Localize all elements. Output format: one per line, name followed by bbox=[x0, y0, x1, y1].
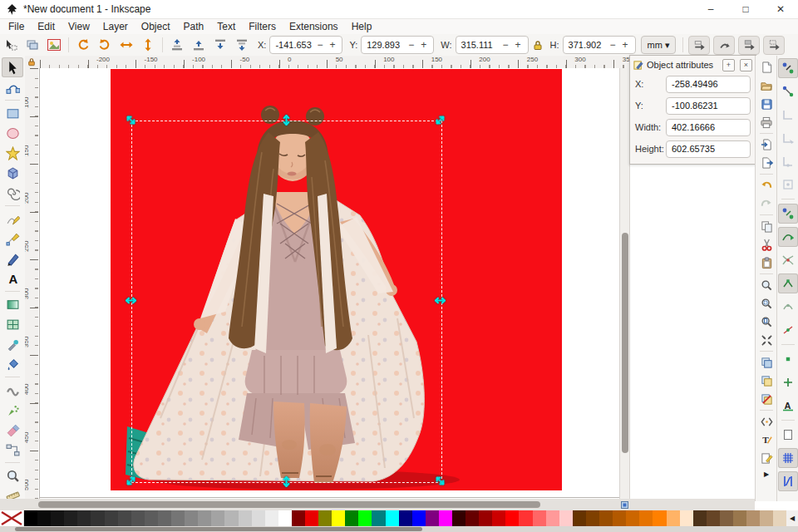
panel-field-input[interactable]: -100.86231 bbox=[666, 97, 751, 115]
tool-paint-bucket[interactable] bbox=[2, 354, 23, 374]
canvas[interactable] bbox=[38, 68, 619, 499]
palette-swatch[interactable] bbox=[733, 510, 746, 526]
palette-swatch[interactable] bbox=[492, 510, 505, 526]
tool-zoom[interactable] bbox=[2, 466, 23, 485]
edit-cut-icon[interactable] bbox=[756, 235, 776, 254]
palette-swatch[interactable] bbox=[399, 510, 412, 526]
palette-swatch[interactable] bbox=[746, 510, 760, 526]
tool-ellipse[interactable] bbox=[2, 123, 23, 143]
snap-smooth-nodes-icon[interactable] bbox=[778, 297, 798, 317]
palette-swatch[interactable] bbox=[533, 510, 546, 526]
palette-swatch[interactable] bbox=[345, 510, 358, 526]
horizontal-scrollbar-thumb[interactable] bbox=[38, 501, 540, 508]
menu-item[interactable]: View bbox=[62, 20, 96, 33]
palette-swatch[interactable] bbox=[639, 510, 653, 526]
palette-swatch[interactable] bbox=[211, 510, 224, 526]
palette-swatch[interactable] bbox=[426, 510, 439, 526]
menu-item[interactable]: Edit bbox=[31, 20, 62, 33]
h-plus-button[interactable]: + bbox=[619, 39, 632, 51]
tool-box-3d[interactable] bbox=[2, 163, 23, 183]
palette-swatch[interactable] bbox=[252, 510, 265, 526]
w-field[interactable]: 315.111 − + bbox=[456, 36, 529, 54]
vertical-ruler[interactable]: 100150200250300350400450500 bbox=[25, 68, 39, 499]
document-open-icon[interactable] bbox=[756, 76, 776, 95]
palette-swatch[interactable] bbox=[224, 510, 238, 526]
tool-star[interactable] bbox=[2, 143, 23, 163]
h-minus-button[interactable]: − bbox=[607, 39, 619, 51]
y-minus-button[interactable]: − bbox=[405, 39, 417, 51]
rotate-cw-icon[interactable] bbox=[94, 36, 116, 54]
snap-text-baseline-icon[interactable]: A bbox=[778, 396, 798, 416]
palette-swatch[interactable] bbox=[265, 510, 278, 526]
w-plus-button[interactable]: + bbox=[512, 39, 525, 51]
transform-corners-toggle-icon[interactable] bbox=[713, 36, 735, 55]
menu-item[interactable]: Layer bbox=[96, 20, 135, 33]
raise-to-top-icon[interactable] bbox=[166, 36, 188, 54]
tool-spiral[interactable] bbox=[2, 183, 23, 203]
palette-swatch[interactable] bbox=[24, 510, 37, 526]
palette-swatch[interactable] bbox=[171, 510, 185, 526]
x-field[interactable]: -141.653 − + bbox=[269, 36, 342, 54]
y-field[interactable]: 129.893 − + bbox=[361, 36, 434, 54]
palette-scrollbar[interactable] bbox=[0, 526, 798, 532]
palette-swatch[interactable] bbox=[505, 510, 519, 526]
lower-icon[interactable] bbox=[209, 36, 231, 54]
lock-ratio-icon[interactable] bbox=[530, 36, 545, 54]
tool-pencil[interactable] bbox=[2, 209, 23, 229]
y-field-value[interactable]: 129.893 bbox=[367, 40, 405, 50]
snap-path-intersections-icon[interactable] bbox=[778, 250, 798, 270]
tool-rectangle[interactable] bbox=[2, 103, 23, 123]
zoom-center-page-icon[interactable] bbox=[756, 331, 776, 349]
select-all-layers-icon[interactable] bbox=[22, 36, 43, 54]
palette-swatch[interactable] bbox=[332, 510, 345, 526]
palette-swatch[interactable] bbox=[118, 510, 131, 526]
palette-swatch[interactable] bbox=[519, 510, 532, 526]
flip-horizontal-icon[interactable] bbox=[116, 36, 137, 54]
snap-cusp-nodes-icon[interactable] bbox=[778, 273, 798, 293]
panel-field-input[interactable]: 602.65735 bbox=[666, 140, 751, 158]
transform-stroke-toggle-icon[interactable] bbox=[688, 36, 710, 55]
palette-swatch[interactable] bbox=[278, 510, 292, 526]
select-all-icon[interactable] bbox=[0, 36, 22, 54]
snap-object-centers-icon[interactable] bbox=[778, 349, 798, 369]
palette-swatch[interactable] bbox=[64, 510, 77, 526]
selection-handle-top[interactable] bbox=[281, 115, 292, 126]
menu-item[interactable]: Path bbox=[177, 20, 211, 33]
palette-swatch[interactable] bbox=[613, 510, 626, 526]
panel-field-input[interactable]: 402.16666 bbox=[666, 119, 751, 136]
palette-swatch[interactable] bbox=[358, 510, 372, 526]
palette-swatch[interactable] bbox=[773, 510, 786, 526]
palette-swatch[interactable] bbox=[372, 510, 385, 526]
palette-swatch[interactable] bbox=[452, 510, 466, 526]
palette-swatch[interactable] bbox=[77, 510, 91, 526]
tool-tweak[interactable] bbox=[2, 380, 23, 400]
palette-swatch[interactable] bbox=[105, 510, 118, 526]
tool-gradient[interactable] bbox=[2, 294, 23, 314]
tool-text[interactable]: A bbox=[2, 268, 23, 288]
tool-node-editor[interactable] bbox=[2, 77, 23, 97]
menu-item[interactable]: Help bbox=[345, 20, 379, 33]
flip-vertical-icon[interactable] bbox=[137, 36, 159, 54]
panel-header[interactable]: Object attributes + × bbox=[630, 56, 756, 73]
palette-swatch[interactable] bbox=[559, 510, 573, 526]
horizontal-scrollbar[interactable] bbox=[0, 499, 755, 510]
y-plus-button[interactable]: + bbox=[417, 39, 430, 51]
lower-to-bottom-icon[interactable] bbox=[231, 36, 253, 54]
tool-bezier-pen[interactable] bbox=[2, 229, 23, 249]
menu-item[interactable]: Object bbox=[135, 20, 177, 33]
snap-bbox-icon[interactable] bbox=[778, 81, 798, 101]
palette-swatch[interactable] bbox=[412, 510, 426, 526]
palette-swatch[interactable] bbox=[693, 510, 707, 526]
zoom-selection-icon[interactable] bbox=[756, 294, 776, 313]
selection-handle-bottom[interactable] bbox=[281, 476, 292, 487]
w-field-value[interactable]: 315.111 bbox=[461, 40, 500, 50]
document-print-icon[interactable] bbox=[756, 113, 776, 131]
palette-swatch[interactable] bbox=[198, 510, 211, 526]
palette-swatch[interactable] bbox=[318, 510, 332, 526]
edit-duplicate-icon[interactable] bbox=[756, 353, 776, 372]
palette-swatch[interactable] bbox=[479, 510, 492, 526]
palette-swatch[interactable] bbox=[466, 510, 479, 526]
document-save-icon[interactable] bbox=[756, 95, 776, 113]
tool-connector[interactable] bbox=[2, 440, 23, 460]
panel-field-input[interactable]: -258.49496 bbox=[666, 76, 751, 93]
